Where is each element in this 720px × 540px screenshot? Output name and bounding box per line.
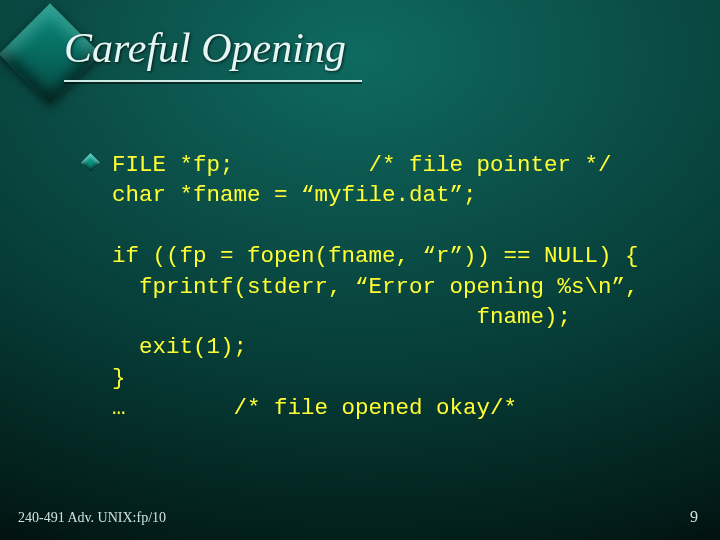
bullet-item: FILE *fp; /* file pointer */ char *fname… bbox=[84, 150, 700, 423]
code-block: FILE *fp; /* file pointer */ char *fname… bbox=[112, 150, 700, 423]
slide-title: Careful Opening bbox=[64, 24, 346, 72]
footer-course-ref: 240-491 Adv. UNIX:fp/10 bbox=[18, 510, 166, 526]
title-underline bbox=[64, 80, 362, 82]
diamond-bullet-icon bbox=[81, 153, 99, 171]
content-area: FILE *fp; /* file pointer */ char *fname… bbox=[84, 150, 700, 423]
page-number: 9 bbox=[690, 508, 698, 526]
